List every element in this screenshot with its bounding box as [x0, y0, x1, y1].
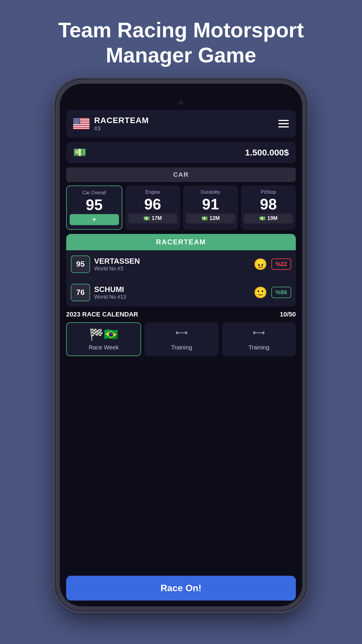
pitstop-value: 98 — [260, 197, 277, 212]
driver-info-schumi: SCHUMI World No #13 — [94, 285, 249, 300]
calendar-title: 2023 RACE CALENDAR — [66, 311, 138, 318]
team-info: RACERTEAM #3 — [94, 116, 149, 132]
calendar-header: 2023 RACE CALENDAR 10/50 — [66, 311, 296, 318]
driver-condition-vertassen: %22 — [271, 258, 291, 270]
driver-row-schumi[interactable]: 76 SCHUMI World No #13 🙂 %86 — [66, 279, 296, 307]
header-left: ★★★★★ ★★★★ ★★★★★ ★★★★ ★★★★ RACERTEAM #3 — [73, 116, 149, 132]
engine-value: 96 — [144, 197, 161, 212]
driver-name-vertassen: VERTASSEN — [94, 257, 249, 266]
durability-value: 91 — [202, 197, 219, 212]
cost-icon: 💵 — [201, 215, 208, 222]
svg-rect-39 — [255, 332, 263, 333]
svg-rect-4 — [73, 124, 89, 125]
screen-content: ★★★★★ ★★★★ ★★★★★ ★★★★ ★★★★ RACERTEAM #3 — [60, 110, 302, 606]
engine-card: Engine 96 💵 17M — [125, 186, 180, 230]
svg-rect-5 — [73, 126, 89, 127]
engine-cost[interactable]: 💵 17M — [128, 214, 178, 223]
pitstop-card: PitStop 98 💵 19M — [241, 186, 296, 230]
durability-cost[interactable]: 💵 12M — [186, 214, 235, 223]
notch-area — [60, 84, 302, 110]
svg-rect-32 — [176, 331, 178, 334]
header-bar: ★★★★★ ★★★★ ★★★★★ ★★★★ ★★★★ RACERTEAM #3 — [66, 110, 296, 138]
driver-rank-schumi: World No #13 — [94, 294, 249, 300]
svg-rect-34 — [178, 332, 185, 333]
svg-rect-38 — [263, 331, 264, 334]
calendar-count: 10/50 — [280, 311, 296, 318]
cost-icon: 💵 — [143, 215, 150, 222]
training-label-2: Training — [249, 344, 270, 351]
driver-rating-schumi: 76 — [71, 284, 90, 301]
driver-mood-schumi: 🙂 — [254, 286, 267, 299]
car-overall-label: Car Overall — [82, 190, 106, 195]
svg-rect-37 — [253, 331, 255, 334]
calendar-item-training-2[interactable]: Training — [222, 322, 296, 356]
phone-mockup: ★★★★★ ★★★★ ★★★★★ ★★★★ ★★★★ RACERTEAM #3 — [56, 80, 306, 610]
driver-condition-schumi: %86 — [271, 287, 291, 298]
training-icon-1 — [176, 327, 187, 341]
driver-rating-vertassen: 95 — [71, 256, 90, 273]
durability-card: Durability 91 💵 12M — [183, 186, 238, 230]
race-on-button[interactable]: Race On! — [66, 576, 296, 601]
page-title: Team Racing Motorsport Manager Game — [35, 0, 327, 80]
car-section-header: CAR — [66, 167, 296, 182]
calendar-item-training-1[interactable]: Training — [145, 322, 218, 356]
notch — [146, 98, 216, 107]
engine-cost-value: 17M — [152, 215, 162, 221]
car-upgrade-button[interactable]: + — [70, 214, 119, 225]
driver-row-vertassen[interactable]: 95 VERTASSEN World No #3 😠 %22 — [66, 250, 296, 279]
pitstop-cost-value: 19M — [267, 215, 277, 221]
driver-rank-vertassen: World No #3 — [94, 266, 249, 272]
race-week-label: Race Week — [89, 344, 119, 351]
pitstop-label: PitStop — [261, 190, 276, 195]
calendar-items: 🏁🇧🇷 Race Week — [66, 322, 296, 356]
flag-icon: ★★★★★ ★★★★ ★★★★★ ★★★★ ★★★★ — [73, 118, 89, 130]
race-week-icon: 🏁🇧🇷 — [89, 328, 118, 341]
calendar-section: 2023 RACE CALENDAR 10/50 🏁🇧🇷 Race Week — [66, 311, 296, 356]
car-overall-value: 95 — [86, 197, 103, 212]
car-overall-card: Car Overall 95 + — [66, 186, 122, 230]
durability-label: Durability — [201, 190, 220, 195]
svg-rect-6 — [73, 128, 89, 129]
training-label-1: Training — [171, 344, 192, 351]
pitstop-cost[interactable]: 💵 19M — [244, 214, 293, 223]
money-bar: 💵 1.500.000$ — [66, 142, 296, 163]
phone-screen: ★★★★★ ★★★★ ★★★★★ ★★★★ ★★★★ RACERTEAM #3 — [60, 84, 302, 606]
money-icon: 💵 — [73, 146, 86, 159]
car-stats: Car Overall 95 + Engine 96 💵 17M — [66, 186, 296, 230]
engine-label: Engine — [145, 190, 160, 195]
cost-icon: 💵 — [259, 215, 266, 222]
driver-info-vertassen: VERTASSEN World No #3 — [94, 257, 249, 272]
money-amount: 1.500.000$ — [245, 148, 289, 158]
camera-icon — [179, 101, 183, 105]
driver-name-schumi: SCHUMI — [94, 285, 249, 294]
menu-button[interactable] — [278, 120, 289, 127]
durability-cost-value: 12M — [210, 215, 220, 221]
svg-rect-33 — [185, 331, 187, 334]
phone-frame: ★★★★★ ★★★★ ★★★★★ ★★★★ ★★★★ RACERTEAM #3 — [56, 80, 306, 610]
team-name: RACERTEAM — [94, 116, 149, 125]
driver-mood-vertassen: 😠 — [254, 258, 267, 271]
team-section: RACERTEAM 95 VERTASSEN World No #3 😠 %22 — [66, 234, 296, 307]
calendar-item-race-week[interactable]: 🏁🇧🇷 Race Week — [66, 322, 141, 356]
team-number: #3 — [94, 125, 149, 132]
training-icon-2 — [253, 327, 265, 341]
car-section: CAR Car Overall 95 + Engine 96 — [66, 167, 296, 230]
team-section-header: RACERTEAM — [66, 234, 296, 250]
